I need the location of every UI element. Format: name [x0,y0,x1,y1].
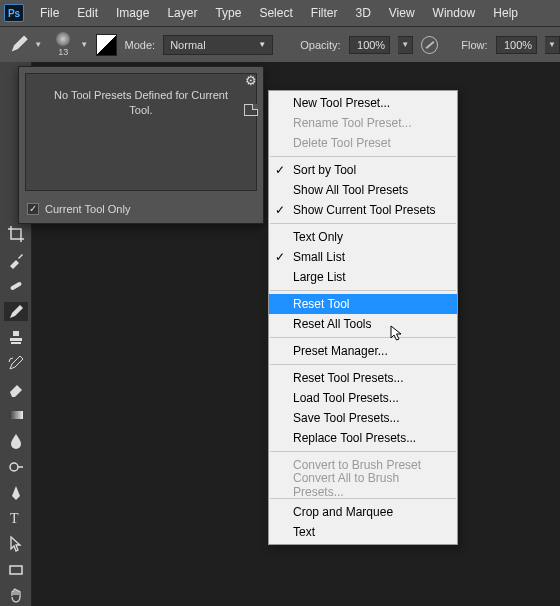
context-menu-item[interactable]: Load Tool Presets... [269,388,457,408]
menu-3d[interactable]: 3D [347,2,378,24]
context-menu-item[interactable]: Preset Manager... [269,341,457,361]
pen-tool-icon[interactable] [4,483,28,503]
context-menu-item-label: Large List [293,270,346,284]
context-menu-item[interactable]: ✓Small List [269,247,457,267]
context-menu-item: Delete Tool Preset [269,133,457,153]
path-select-tool-icon[interactable] [4,534,28,554]
menu-image[interactable]: Image [108,2,157,24]
context-menu-item[interactable]: Show All Tool Presets [269,180,457,200]
context-menu-item-label: Preset Manager... [293,344,388,358]
chevron-down-icon[interactable]: ▼ [34,40,42,49]
mode-label: Mode: [125,39,156,51]
context-menu-item-label: Text Only [293,230,343,244]
context-menu-item: Convert All to Brush Presets... [269,475,457,495]
context-menu-item-label: Show All Tool Presets [293,183,408,197]
gear-icon[interactable]: ⚙ [245,73,257,88]
menu-type[interactable]: Type [207,2,249,24]
stamp-tool-icon[interactable] [4,327,28,347]
context-menu-item-label: Convert All to Brush Presets... [293,471,447,499]
dodge-tool-icon[interactable] [4,457,28,477]
brush-tool-icon[interactable] [4,302,28,322]
gradient-tool-icon[interactable] [4,405,28,425]
svg-rect-1 [9,411,23,419]
context-menu-item[interactable]: Text [269,522,457,542]
svg-point-2 [10,463,18,471]
current-tool-only-label: Current Tool Only [45,203,130,215]
context-menu-item[interactable]: New Tool Preset... [269,93,457,113]
context-menu-item[interactable]: ✓Show Current Tool Presets [269,200,457,220]
opacity-input[interactable]: 100% [349,36,391,54]
menu-help[interactable]: Help [485,2,526,24]
new-preset-icon[interactable] [244,104,258,116]
context-menu-item-label: Text [293,525,315,539]
menu-separator [270,223,456,224]
context-menu-item-label: Reset Tool Presets... [293,371,404,385]
context-menu-item-label: Convert to Brush Preset [293,458,421,472]
menu-separator [270,337,456,338]
context-menu-item: Rename Tool Preset... [269,113,457,133]
menu-filter[interactable]: Filter [303,2,346,24]
context-menu-item-label: Show Current Tool Presets [293,203,436,217]
context-menu-item-label: New Tool Preset... [293,96,390,110]
context-menu-item-label: Replace Tool Presets... [293,431,416,445]
context-menu-item[interactable]: Reset Tool [269,294,457,314]
chevron-down-icon[interactable]: ▼ [80,40,88,49]
context-menu-item[interactable]: Reset Tool Presets... [269,368,457,388]
context-menu-item-label: Small List [293,250,345,264]
brush-preview[interactable]: 13 [50,31,76,59]
menu-view[interactable]: View [381,2,423,24]
svg-rect-0 [9,281,21,290]
brush-tool-icon[interactable] [8,33,30,57]
context-menu-item-label: Save Tool Presets... [293,411,400,425]
chevron-down-icon: ▼ [258,40,266,49]
check-icon: ✓ [275,250,285,264]
rectangle-tool-icon[interactable] [4,560,28,580]
context-menu-item[interactable]: ✓Sort by Tool [269,160,457,180]
menu-layer[interactable]: Layer [159,2,205,24]
context-menu-item[interactable]: Text Only [269,227,457,247]
tool-preset-panel: No Tool Presets Defined for Current Tool… [18,66,264,224]
mode-select[interactable]: Normal ▼ [163,35,273,55]
blur-tool-icon[interactable] [4,431,28,451]
menu-file[interactable]: File [32,2,67,24]
flow-input[interactable]: 100% [496,36,538,54]
context-menu-item[interactable]: Replace Tool Presets... [269,428,457,448]
menu-separator [270,364,456,365]
svg-text:T: T [10,511,19,526]
menubar: Ps File Edit Image Layer Type Select Fil… [0,0,560,26]
history-brush-tool-icon[interactable] [4,353,28,373]
brush-panel-toggle[interactable] [96,34,117,56]
eraser-tool-icon[interactable] [4,379,28,399]
context-menu-item[interactable]: Large List [269,267,457,287]
hand-tool-icon[interactable] [4,586,28,606]
flow-label: Flow: [461,39,487,51]
context-menu-item-label: Reset All Tools [293,317,372,331]
menu-edit[interactable]: Edit [69,2,106,24]
app-logo: Ps [4,4,24,22]
options-bar: ▼ 13 ▼ Mode: Normal ▼ Opacity: 100% ▼ Fl… [0,26,560,62]
preset-empty-line2: Tool. [129,104,152,116]
chevron-down-icon[interactable]: ▼ [545,36,560,54]
pressure-opacity-icon[interactable] [421,36,438,54]
context-menu: New Tool Preset...Rename Tool Preset...D… [268,90,458,545]
eyedropper-tool-icon[interactable] [4,250,28,270]
context-menu-item-label: Sort by Tool [293,163,356,177]
healing-tool-icon[interactable] [4,276,28,296]
type-tool-icon[interactable]: T [4,508,28,528]
brush-size-value: 13 [58,47,68,57]
current-tool-only-checkbox[interactable]: ✓ [27,203,39,215]
svg-rect-4 [10,566,22,574]
brush-dot-icon [56,32,70,46]
context-menu-item[interactable]: Reset All Tools [269,314,457,334]
context-menu-item-label: Reset Tool [293,297,349,311]
menu-select[interactable]: Select [251,2,300,24]
chevron-down-icon[interactable]: ▼ [398,36,413,54]
preset-empty-line1: No Tool Presets Defined for Current [54,89,228,101]
context-menu-item[interactable]: Save Tool Presets... [269,408,457,428]
menu-separator [270,451,456,452]
crop-tool-icon[interactable] [4,224,28,244]
mode-value: Normal [170,39,205,51]
menu-window[interactable]: Window [425,2,484,24]
context-menu-item-label: Load Tool Presets... [293,391,399,405]
context-menu-item[interactable]: Crop and Marquee [269,502,457,522]
